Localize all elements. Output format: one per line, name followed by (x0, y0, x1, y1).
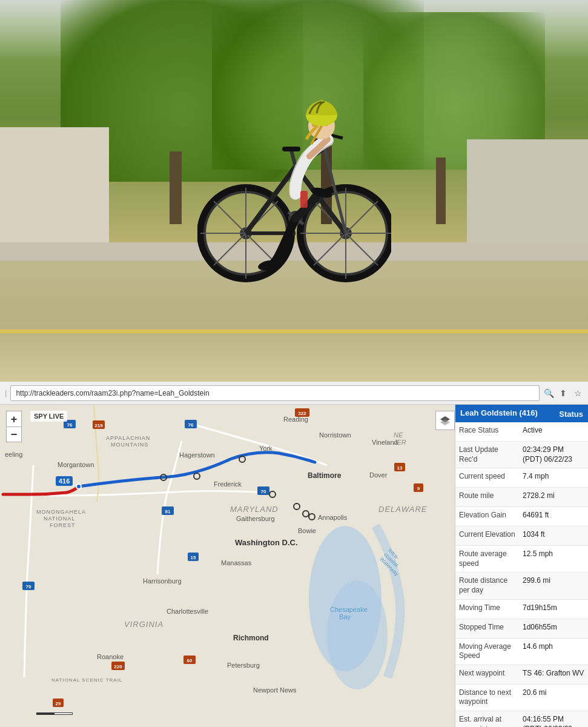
url-input[interactable]: http://trackleaders.com/raam23i.php?name… (10, 385, 540, 401)
svg-text:81: 81 (165, 509, 171, 514)
info-row-route-mile: Route mile 2728.2 mi (455, 488, 588, 507)
map-label-monongahela: MONONGAHELA (36, 509, 86, 515)
info-header: Leah Goldstein (416) Status (455, 405, 588, 422)
tree-trunk-1 (170, 151, 182, 224)
info-row-route-avg-speed: Route average speed 12.5 mph (455, 546, 588, 573)
house-right (467, 139, 588, 248)
value-current-speed: 7.4 mph (519, 468, 588, 487)
map-label-delaware: DELAWARE (378, 505, 428, 514)
map-label-maryland: MARYLAND (230, 505, 279, 514)
address-bar: | http://trackleaders.com/raam23i.php?na… (0, 382, 588, 405)
map-label-newport-news: Newport News (253, 686, 297, 694)
rider-name: Leah Goldstein (416) (460, 408, 554, 419)
value-route-mile: 2728.2 mi (519, 488, 588, 506)
svg-point-66 (303, 511, 309, 517)
map-label-norristown: Norristown (319, 431, 351, 439)
label-current-speed: Current speed (455, 468, 519, 487)
map-label-roanoke: Roanoke (97, 653, 124, 660)
share-icon[interactable]: ⬆ (558, 388, 569, 399)
info-row-moving-time: Moving Time 7d19h15m (455, 600, 588, 619)
svg-point-67 (309, 514, 315, 520)
label-route-mile: Route mile (455, 488, 519, 506)
label-route-dist-day: Route distance per day (455, 573, 519, 599)
map-label-harrisonburg: Harrisonburg (143, 577, 182, 585)
label-route-avg-speed: Route average speed (455, 546, 519, 572)
value-moving-time: 7d19h15m (519, 600, 588, 619)
map-area[interactable]: 76 76 81 70 79 15 219 322 13 9 60 220 (0, 405, 455, 727)
zoom-out-button[interactable]: − (6, 427, 22, 442)
label-next-waypoint: Next waypoint (455, 665, 519, 684)
svg-text:9: 9 (417, 486, 420, 491)
map-label-richmond: Richmond (233, 634, 269, 642)
map-label-manassas: Manassas (221, 559, 251, 566)
info-row-elevation-gain: Elevation Gain 64691 ft (455, 507, 588, 526)
map-label-petersburg: Petersburg (227, 662, 260, 669)
zoom-in-button[interactable]: + (6, 411, 22, 427)
map-section: 76 76 81 70 79 15 219 322 13 9 60 220 (0, 405, 588, 727)
svg-text:79: 79 (26, 584, 31, 589)
svg-text:29: 29 (56, 701, 61, 706)
svg-point-65 (294, 503, 300, 510)
label-stopped-time: Stopped Time (455, 619, 519, 638)
value-moving-avg-speed: 14.6 mph (519, 639, 588, 665)
zoom-icon[interactable]: 🔍 (543, 388, 554, 399)
road-centerline (0, 330, 588, 333)
info-row-est-arrival: Est. arrival at waypoint 04:16:55 PM (PD… (455, 711, 588, 727)
label-dist-next-waypoint: Distance to next waypoint (455, 685, 519, 711)
svg-point-64 (269, 491, 276, 497)
address-bar-pipe: | (5, 388, 7, 397)
map-label-virginia: VIRGINIA (124, 620, 164, 629)
svg-rect-32 (300, 191, 308, 208)
rider-marker[interactable]: 416 (56, 476, 73, 486)
svg-text:60: 60 (187, 658, 193, 663)
map-label-appalachian: APPALACHIAN (106, 435, 150, 441)
map-label-gaithersburg: Gaithersburg (236, 515, 275, 522)
label-moving-avg-speed: Moving Average Speed (455, 639, 519, 665)
svg-text:76: 76 (188, 422, 194, 428)
svg-text:76: 76 (67, 422, 73, 428)
info-row-dist-next-waypoint: Distance to next waypoint 20.6 mi (455, 685, 588, 711)
info-row-stopped-time: Stopped Time 1d06h55m (455, 619, 588, 639)
map-label-nat-scenic: National Scenic Trail (51, 677, 122, 683)
map-label-nj: NEJER (394, 431, 406, 446)
info-panel: Leah Goldstein (416) Status Race Status … (455, 405, 588, 727)
map-label-national: NATIONAL (44, 516, 75, 522)
layers-icon (440, 415, 451, 426)
map-label-dover: Dover (369, 471, 387, 479)
layer-button[interactable] (435, 411, 455, 430)
svg-point-34 (327, 580, 388, 689)
map-label-frederick: Frederick (214, 480, 242, 488)
info-row-last-update: Last Update Rec'd 02:34:29 PM (PDT) 06/2… (455, 442, 588, 468)
value-elevation-gain: 64691 ft (519, 507, 588, 526)
map-label-bowie: Bowie (298, 527, 316, 534)
value-stopped-time: 1d06h55m (519, 619, 588, 638)
map-label-york: York (259, 445, 273, 452)
svg-rect-23 (282, 147, 300, 151)
cyclist-photo (0, 0, 588, 382)
map-label-wheeling: eeling (5, 451, 22, 458)
map-label-forest: FOREST (50, 522, 76, 528)
scale-bar (36, 712, 73, 715)
tree-trunk-3 (436, 158, 446, 224)
map-label-reading: Reading (283, 416, 308, 423)
info-row-next-waypoint: Next waypoint TS 46: Grafton WV (455, 665, 588, 685)
map-label-annapolis: Annapolis (318, 514, 347, 521)
map-label-chesapeake-bay2: Bay (339, 613, 351, 620)
map-controls: + − (6, 411, 22, 442)
map-label-charlottesville: Charlottesville (167, 608, 208, 615)
value-current-elevation: 1034 ft (519, 526, 588, 545)
svg-point-62 (194, 473, 200, 479)
value-last-update: 02:34:29 PM (PDT) 06/22/23 (519, 442, 588, 468)
label-last-update: Last Update Rec'd (455, 442, 519, 468)
svg-text:220: 220 (114, 664, 122, 669)
svg-line-22 (291, 150, 296, 167)
info-row-current-speed: Current speed 7.4 mph (455, 468, 588, 488)
svg-text:13: 13 (397, 465, 403, 471)
map-label-chesapeake-bay: Chesapeake (330, 606, 368, 613)
bookmark-icon[interactable]: ☆ (572, 388, 583, 399)
info-row-route-dist-day: Route distance per day 299.6 mi (455, 573, 588, 599)
svg-text:70: 70 (261, 489, 266, 494)
value-next-waypoint: TS 46: Grafton WV (519, 665, 588, 684)
house-left (0, 127, 109, 248)
label-current-elevation: Current Elevation (455, 526, 519, 545)
